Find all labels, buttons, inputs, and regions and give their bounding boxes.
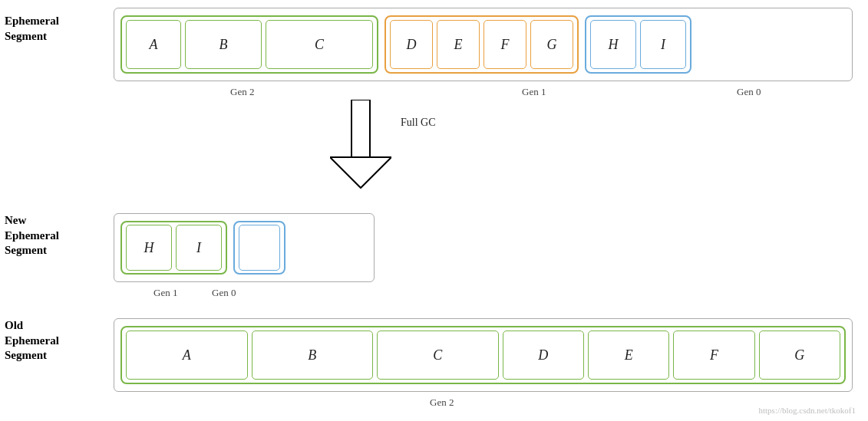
new-gen1-label: Gen 1	[153, 287, 177, 299]
top-gen2-group: A B C	[120, 15, 378, 74]
old-cell-D: D	[503, 331, 584, 380]
svg-rect-0	[351, 100, 370, 157]
diagram: EphemeralSegment A B C D E F G H I Gen 2…	[0, 0, 868, 421]
new-cell-H: H	[126, 225, 172, 271]
cell-I: I	[640, 20, 686, 69]
ephemeral-segment-label: EphemeralSegment	[5, 14, 112, 44]
cell-A: A	[126, 20, 181, 69]
old-cell-B: B	[252, 331, 374, 380]
top-gen0-label: Gen 0	[737, 86, 761, 98]
old-gen2-group: A B C D E F G	[120, 326, 846, 384]
old-segment-box: A B C D E F G	[114, 318, 853, 392]
new-segment-box: H I	[114, 213, 375, 282]
top-gen2-label: Gen 2	[230, 86, 254, 98]
new-cell-I: I	[176, 225, 222, 271]
fullgc-arrow	[330, 100, 391, 192]
old-cell-F: F	[673, 331, 754, 380]
new-gen0-label: Gen 0	[212, 287, 236, 299]
cell-C: C	[266, 20, 373, 69]
fullgc-label: Full GC	[401, 117, 436, 129]
arrow-container	[330, 100, 391, 195]
old-cell-C: C	[377, 331, 499, 380]
cell-B: B	[185, 20, 262, 69]
cell-H: H	[590, 20, 636, 69]
new-gen0-group	[233, 221, 285, 275]
new-gen1-group: H I	[120, 221, 227, 275]
old-gen2-label: Gen 2	[430, 396, 454, 409]
old-cell-G: G	[759, 331, 840, 380]
top-gen1-label: Gen 1	[522, 86, 546, 98]
cell-D: D	[390, 20, 433, 69]
old-ephemeral-label: OldEphemeralSegment	[5, 318, 112, 363]
top-gen1-group: D E F G	[384, 15, 579, 74]
top-gen0-group: H I	[585, 15, 691, 74]
cell-E: E	[437, 20, 480, 69]
new-gen0-empty	[239, 225, 280, 271]
watermark: https://blog.csdn.net/tkokof1	[759, 406, 856, 415]
svg-marker-1	[330, 157, 391, 188]
new-ephemeral-label: NewEphemeralSegment	[5, 213, 112, 258]
top-segment-box: A B C D E F G H I	[114, 8, 853, 81]
cell-F: F	[484, 20, 526, 69]
old-cell-A: A	[126, 331, 248, 380]
cell-G: G	[530, 20, 573, 69]
old-cell-E: E	[588, 331, 669, 380]
